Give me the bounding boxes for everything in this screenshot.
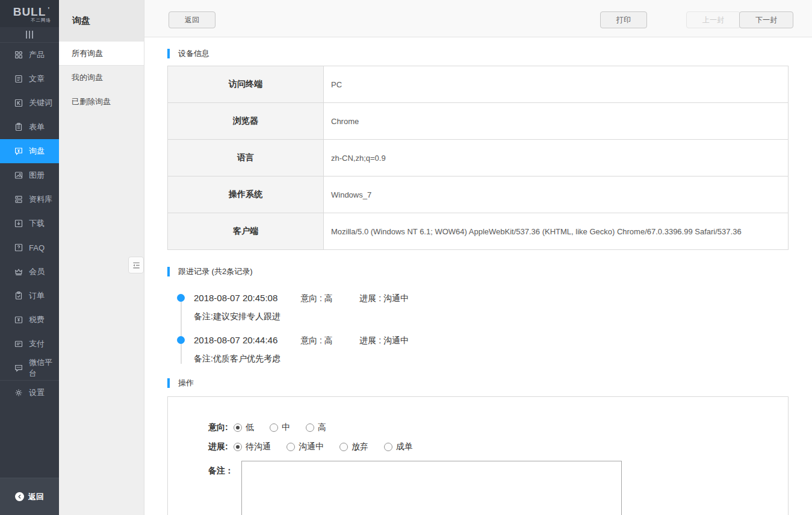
timeline-record: 2018-08-07 20:44:46 意向 : 高 进展 : 沟通中 备注:优… bbox=[167, 334, 789, 364]
sidebar-item-label: 图册 bbox=[29, 170, 45, 181]
section-title: 操作 bbox=[178, 378, 194, 389]
record-intent: 意向 : 高 bbox=[300, 334, 357, 347]
section-marker bbox=[167, 378, 170, 388]
radio-icon[interactable] bbox=[234, 423, 242, 432]
tax-icon bbox=[14, 315, 23, 325]
radio-icon[interactable] bbox=[339, 443, 348, 451]
sidebar-item[interactable]: 下载 bbox=[0, 211, 59, 236]
sidebar-item-label: 文章 bbox=[29, 73, 45, 84]
note-label: 备注： bbox=[208, 461, 241, 476]
logo-tick: ’ bbox=[48, 4, 50, 15]
sidebar-item[interactable]: 支付 bbox=[0, 332, 59, 356]
submenu-item[interactable]: 已删除询盘 bbox=[59, 90, 144, 114]
section-title: 跟进记录 (共2条记录) bbox=[178, 266, 253, 277]
sidebar-item[interactable]: 资料库 bbox=[0, 187, 59, 211]
note-input-row: 备注： bbox=[208, 461, 788, 515]
progress-options: 待沟通 沟通中 放弃 bbox=[234, 442, 429, 452]
order-icon bbox=[14, 291, 23, 301]
prev-letter-button[interactable]: 上一封 bbox=[686, 11, 740, 28]
sidebar-item[interactable]: 图册 bbox=[0, 163, 59, 187]
sidebar-item-label: 设置 bbox=[29, 387, 45, 398]
sidebar-item-label: 产品 bbox=[29, 49, 45, 60]
timeline-record: 2018-08-07 20:45:08 意向 : 高 进展 : 沟通中 备注:建… bbox=[167, 292, 789, 322]
sidebar-item[interactable]: 关键词 bbox=[0, 91, 59, 115]
radio-icon[interactable] bbox=[384, 443, 392, 451]
sidebar-item[interactable]: 微信平台 bbox=[0, 356, 59, 380]
next-letter-button[interactable]: 下一封 bbox=[739, 11, 793, 28]
inquiry-icon bbox=[14, 146, 23, 156]
radio-option[interactable]: 成单 bbox=[384, 442, 413, 452]
sidebar-item[interactable]: 询盘 bbox=[0, 139, 59, 163]
device-info-table: 访问终端 PC 浏览器 Chrome 语言 zh-CN,zh;q=0.9 bbox=[167, 66, 789, 250]
sidebar-item-label: 微信平台 bbox=[29, 357, 59, 379]
radio-option-label: 高 bbox=[318, 422, 326, 433]
radio-option-label: 放弃 bbox=[352, 442, 368, 452]
row-value: Mozilla/5.0 (Windows NT 6.1; WOW64) Appl… bbox=[324, 213, 789, 250]
submenu-item[interactable]: 我的询盘 bbox=[59, 66, 144, 90]
radio-option-label: 中 bbox=[282, 422, 290, 433]
sidebar-collapse-toggle[interactable] bbox=[0, 27, 59, 43]
radio-option[interactable]: 沟通中 bbox=[287, 442, 324, 452]
back-button[interactable]: 返回 bbox=[169, 11, 215, 28]
sidebar-item[interactable]: 税费 bbox=[0, 308, 59, 332]
submenu-item-label: 已删除询盘 bbox=[72, 96, 111, 107]
sidebar-back-label: 返回 bbox=[28, 492, 44, 502]
sidebar-item-label: 税费 bbox=[29, 314, 45, 325]
section-marker bbox=[167, 49, 170, 58]
progress-radio-row: 进展: 待沟通 沟通中 bbox=[208, 442, 788, 452]
sidebar-item[interactable]: 设置 bbox=[0, 380, 59, 404]
note-textarea[interactable] bbox=[241, 461, 622, 515]
record-progress: 进展 : 沟通中 bbox=[359, 334, 409, 347]
submenu-item-label: 我的询盘 bbox=[72, 72, 103, 83]
back-arrow-icon bbox=[15, 492, 24, 501]
album-icon bbox=[14, 170, 23, 180]
article-icon bbox=[14, 74, 23, 84]
submenu-item[interactable]: 所有询盘 bbox=[59, 42, 144, 66]
radio-option[interactable]: 高 bbox=[306, 422, 326, 433]
submenu-collapse-button[interactable] bbox=[128, 257, 144, 273]
sidebar-item[interactable]: 产品 bbox=[0, 43, 59, 67]
table-row: 访问终端 PC bbox=[168, 66, 789, 103]
submenu-list: 所有询盘 我的询盘 已删除询盘 bbox=[59, 42, 144, 114]
radio-option-label: 成单 bbox=[396, 442, 413, 452]
sidebar-item[interactable]: 会员 bbox=[0, 260, 59, 284]
detail-content: 设备信息 访问终端 PC 浏览器 Chrome 语言 bbox=[144, 48, 812, 515]
sidebar-item-label: FAQ bbox=[29, 243, 45, 252]
radio-option[interactable]: 放弃 bbox=[339, 442, 368, 452]
radio-icon[interactable] bbox=[234, 443, 242, 451]
record-progress: 进展 : 沟通中 bbox=[359, 292, 409, 305]
keyword-icon bbox=[14, 98, 23, 108]
row-label: 操作系统 bbox=[168, 176, 324, 213]
row-value: Windows_7 bbox=[324, 176, 789, 213]
follow-up-header: 跟进记录 (共2条记录) bbox=[167, 266, 789, 277]
radio-option[interactable]: 中 bbox=[270, 422, 290, 433]
radio-option[interactable]: 低 bbox=[234, 422, 254, 433]
faq-icon bbox=[14, 243, 23, 252]
follow-up-timeline: 2018-08-07 20:45:08 意向 : 高 进展 : 沟通中 备注:建… bbox=[167, 292, 789, 364]
sidebar-item[interactable]: 文章 bbox=[0, 67, 59, 91]
row-label: 语言 bbox=[168, 140, 324, 176]
print-button[interactable]: 打印 bbox=[600, 11, 647, 28]
sidebar-item[interactable]: 订单 bbox=[0, 284, 59, 308]
toolbar: 返回 打印 上一封 下一封 bbox=[144, 0, 812, 37]
sidebar-item[interactable]: FAQ bbox=[0, 236, 59, 260]
progress-label: 进展: bbox=[208, 442, 234, 452]
sidebar-item-label: 关键词 bbox=[29, 98, 52, 108]
radio-icon[interactable] bbox=[306, 423, 314, 432]
row-value: zh-CN,zh;q=0.9 bbox=[324, 140, 789, 176]
radio-option[interactable]: 待沟通 bbox=[234, 442, 271, 452]
sidebar-item-label: 资料库 bbox=[29, 194, 52, 205]
radio-icon[interactable] bbox=[287, 443, 295, 451]
radio-option-label: 待沟通 bbox=[246, 442, 271, 452]
main-content: 返回 打印 上一封 下一封 设备信息 访问终端 PC 浏览器 Chrome bbox=[144, 0, 812, 515]
section-marker bbox=[167, 267, 170, 276]
sidebar-item[interactable]: 表单 bbox=[0, 115, 59, 139]
sidebar-item-label: 会员 bbox=[29, 266, 45, 277]
settings-icon bbox=[14, 388, 23, 398]
operation-panel: 意向: 低 中 bbox=[167, 396, 789, 515]
radio-icon[interactable] bbox=[270, 423, 278, 432]
record-time: 2018-08-07 20:44:46 bbox=[194, 334, 298, 347]
intent-radio-row: 意向: 低 中 bbox=[208, 422, 788, 433]
record-time: 2018-08-07 20:45:08 bbox=[194, 292, 298, 305]
sidebar-back-button[interactable]: 返回 bbox=[0, 478, 59, 515]
